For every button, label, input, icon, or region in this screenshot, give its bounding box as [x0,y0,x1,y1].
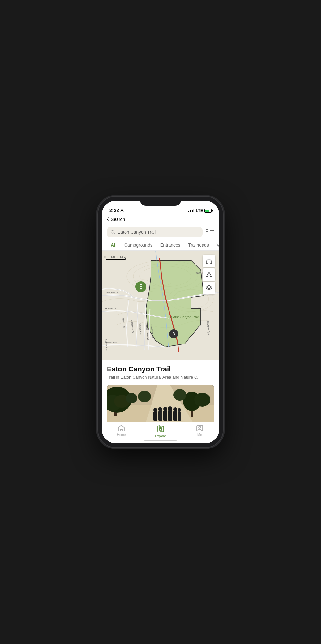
location-arrow-icon [120,209,124,212]
signal-bar-4 [193,209,194,212]
notch [140,197,181,206]
status-icons: LTE [188,208,212,213]
svg-line-31 [140,288,141,290]
svg-point-27 [140,284,142,285]
map-svg: Altadena Dr Midwick Dr Minoru Dr Midloth… [102,251,219,360]
signal-bar-1 [188,211,189,212]
home-nav-label: Home [117,433,126,437]
content-scroll[interactable]: Altadena Dr Midwick Dr Minoru Dr Midloth… [102,251,219,422]
svg-rect-54 [168,410,172,421]
list-hline-1 [210,230,214,231]
explore-nav-label: Explore [155,434,166,438]
info-panel: Eaton Canyon Trail Trail in Eaton Canyon… [102,360,219,385]
map-controls [203,255,215,294]
me-nav-icon [196,424,204,432]
category-tabs: All Campgrounds Entrances Trailheads Vis… [102,240,219,251]
svg-point-49 [153,408,157,412]
svg-point-67 [199,426,201,428]
home-nav-icon [117,424,125,432]
svg-marker-60 [118,425,124,431]
status-time: 2:22 [109,207,124,213]
svg-rect-56 [173,411,177,421]
svg-point-51 [158,407,162,412]
layers-map-button[interactable] [203,282,215,294]
trail-image[interactable] [107,385,214,422]
svg-text:0.25 mi: 0.25 mi [111,256,118,258]
tab-visitor-centers[interactable]: Visitor Centers [213,240,219,251]
location-map-button[interactable] [203,268,215,281]
list-hline-2 [210,234,214,234]
svg-point-47 [173,389,186,401]
lte-label: LTE [196,208,203,213]
tab-all[interactable]: All [107,240,120,251]
image-section [102,385,219,422]
back-chevron-icon [107,217,109,222]
back-button[interactable]: Search [107,217,214,222]
tab-trailheads[interactable]: Trailheads [184,240,213,251]
battery-icon [204,209,212,213]
trail-subtitle: Trail in Eaton Canyon Natural Area and N… [107,375,214,379]
me-nav-label: Me [197,433,202,437]
back-label: Search [111,217,125,222]
hiker-icon [138,283,144,290]
nav-bar: Search [102,215,219,224]
home-indicator [144,440,177,441]
hiker-marker [135,281,146,292]
home-icon [206,258,212,264]
svg-point-1 [111,230,114,233]
svg-point-55 [168,406,172,411]
battery-fill [205,210,209,212]
tab-entrances[interactable]: Entrances [156,240,184,251]
tab-campgrounds[interactable]: Campgrounds [120,240,156,251]
cluster-badge[interactable]: 3 [169,329,178,338]
explore-nav-icon [156,424,165,433]
list-line-1 [206,229,214,232]
search-icon [111,230,115,234]
svg-rect-50 [158,411,162,421]
signal-bar-3 [192,210,193,212]
trail-image-svg [107,385,214,422]
svg-line-2 [114,233,115,234]
search-bar[interactable] [107,227,203,237]
svg-rect-52 [163,411,167,421]
list-square-1 [206,229,208,232]
location-icon [206,271,212,278]
svg-point-44 [138,391,151,402]
map-container[interactable]: Altadena Dr Midwick Dr Minoru Dr Midloth… [102,251,219,360]
svg-point-59 [178,408,181,412]
svg-text:0: 0 [104,256,106,258]
phone-screen: 2:22 LTE [102,201,219,443]
list-line-2 [206,233,214,235]
svg-point-64 [160,428,161,429]
svg-point-45 [126,393,137,403]
svg-rect-48 [153,412,157,421]
svg-point-46 [194,393,210,407]
svg-text:0.5 mi: 0.5 mi [120,256,126,258]
svg-line-32 [141,288,142,290]
list-view-toggle[interactable] [206,229,214,235]
svg-marker-34 [206,285,212,289]
svg-marker-33 [206,272,212,277]
svg-text:Altadena Dr: Altadena Dr [106,291,118,294]
svg-rect-58 [178,412,181,421]
signal-bar-2 [190,210,191,212]
search-input[interactable] [117,230,199,235]
signal-bars [188,209,194,212]
layers-icon [206,285,212,291]
search-container [102,224,219,240]
svg-marker-0 [120,209,124,212]
svg-point-57 [173,407,177,411]
phone-frame: 2:22 LTE [98,197,223,447]
svg-point-53 [163,407,167,411]
nav-explore[interactable]: Explore [151,424,170,438]
nav-home[interactable]: Home [112,424,131,437]
home-map-button[interactable] [203,255,215,267]
cluster-count: 3 [173,332,175,336]
svg-text:Eaton Canyon Park: Eaton Canyon Park [171,315,199,319]
time-display: 2:22 [109,207,119,213]
list-square-2 [206,233,208,235]
nav-me[interactable]: Me [190,424,209,437]
trail-title: Eaton Canyon Trail [107,365,214,373]
svg-text:Midwick Dr: Midwick Dr [105,308,116,310]
